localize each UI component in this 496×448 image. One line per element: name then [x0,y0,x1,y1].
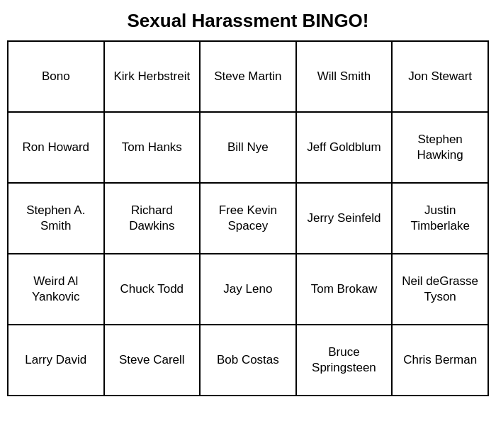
table-row: Larry DavidSteve CarellBob CostasBruce S… [8,325,488,396]
bingo-cell[interactable]: Jay Leno [200,254,295,325]
bingo-cell[interactable]: Stephen Hawking [392,112,488,183]
bingo-cell[interactable]: Tom Brokaw [296,254,393,325]
bingo-cell[interactable]: Will Smith [296,41,393,112]
bingo-cell[interactable]: Steve Martin [200,41,295,112]
bingo-cell[interactable]: Kirk Herbstreit [104,41,201,112]
table-row: Weird Al YankovicChuck ToddJay LenoTom B… [8,254,488,325]
bingo-cell[interactable]: Stephen A. Smith [8,183,104,254]
bingo-cell[interactable]: Larry David [8,325,104,396]
bingo-cell[interactable]: Richard Dawkins [104,183,201,254]
bingo-cell[interactable]: Ron Howard [8,112,104,183]
bingo-cell[interactable]: Tom Hanks [104,112,201,183]
table-row: BonoKirk HerbstreitSteve MartinWill Smit… [8,41,488,112]
bingo-cell[interactable]: Steve Carell [104,325,201,396]
bingo-cell[interactable]: Chuck Todd [104,254,201,325]
table-row: Ron HowardTom HanksBill NyeJeff Goldblum… [8,112,488,183]
bingo-cell[interactable]: Jon Stewart [392,41,488,112]
bingo-cell[interactable]: Justin Timberlake [392,183,488,254]
bingo-cell[interactable]: Neil deGrasse Tyson [392,254,488,325]
bingo-cell[interactable]: Free Kevin Spacey [200,183,295,254]
page-title: Sexual Harassment BINGO! [127,10,368,32]
bingo-cell[interactable]: Weird Al Yankovic [8,254,104,325]
bingo-cell[interactable]: Bob Costas [200,325,295,396]
bingo-cell[interactable]: Bruce Springsteen [296,325,393,396]
bingo-cell[interactable]: Bono [8,41,104,112]
bingo-cell[interactable]: Jeff Goldblum [296,112,393,183]
bingo-cell[interactable]: Chris Berman [392,325,488,396]
bingo-cell[interactable]: Bill Nye [200,112,295,183]
table-row: Stephen A. SmithRichard DawkinsFree Kevi… [8,183,488,254]
bingo-board: BonoKirk HerbstreitSteve MartinWill Smit… [7,40,489,396]
bingo-cell[interactable]: Jerry Seinfeld [296,183,393,254]
